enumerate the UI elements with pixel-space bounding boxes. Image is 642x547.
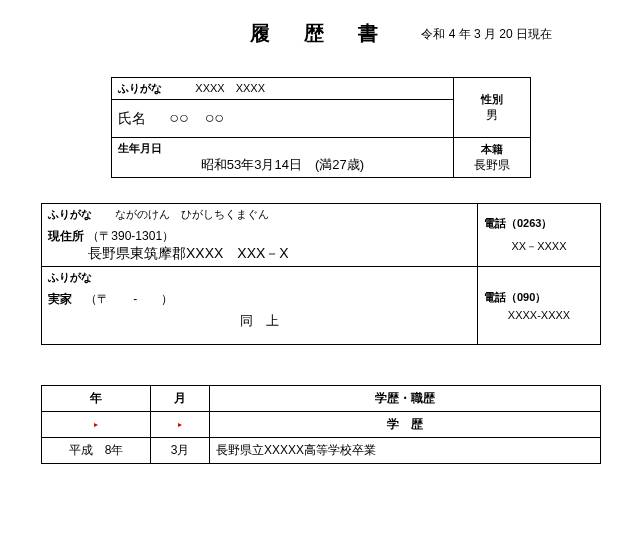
table-row: 平成 8年 3月 長野県立XXXXX高等学校卒業: [42, 438, 601, 464]
current-furigana-label: ふりがな: [48, 208, 92, 220]
phone1-value: XX－XXXX: [484, 231, 594, 254]
furigana-value: XXXX XXXX: [165, 82, 265, 94]
name-label: 氏名: [118, 110, 146, 126]
furigana-label: ふりがな: [118, 82, 162, 94]
birth-value: 昭和53年3月14日 (満27歳): [118, 156, 447, 174]
history-table: 年 月 学歴・職歴 ▸ ▸ 学 歴 平成 8年 3月 長野県立XXXXX高等学校…: [41, 385, 601, 464]
honseki-value: 長野県: [460, 157, 524, 174]
name-value: ○○ ○○: [149, 109, 224, 126]
marker-icon: ▸: [94, 420, 98, 429]
home-address-value: 同 上: [48, 308, 471, 330]
home-postal: （〒 - ）: [75, 292, 173, 306]
col-history-header: 学歴・職歴: [210, 386, 601, 412]
current-furigana-value: ながのけん ひがしちくまぐん: [95, 208, 269, 220]
current-address-value: 長野県東筑摩郡XXXX XXX－X: [48, 245, 471, 263]
home-address-label: 実家: [48, 292, 72, 306]
document-title: 履 歴 書: [250, 20, 391, 47]
address-table: ふりがな ながのけん ひがしちくまぐん 電話（0263） XX－XXXX 現住所…: [41, 203, 601, 345]
history-year: 平成 8年: [42, 438, 151, 464]
table-cell: ▸: [151, 412, 210, 438]
personal-info-table: ふりがな XXXX XXXX 性別 男 氏名 ○○ ○○ 生年月日 昭和53年3…: [111, 77, 531, 178]
col-month-header: 月: [151, 386, 210, 412]
phone2-value: XXXX-XXXX: [484, 305, 594, 321]
current-address-label: 現住所: [48, 229, 84, 243]
phone2-label: 電話（090）: [484, 290, 594, 305]
history-section: 学 歴: [210, 412, 601, 438]
table-cell: ▸: [42, 412, 151, 438]
gender-label: 性別: [460, 92, 524, 107]
history-month: 3月: [151, 438, 210, 464]
history-entry: 長野県立XXXXX高等学校卒業: [210, 438, 601, 464]
document-date: 令和 4 年 3 月 20 日現在: [421, 26, 552, 43]
current-postal: （〒390-1301）: [87, 229, 174, 243]
marker-icon: ▸: [178, 420, 182, 429]
honseki-label: 本籍: [460, 142, 524, 157]
col-year-header: 年: [42, 386, 151, 412]
home-furigana-label: ふりがな: [48, 271, 92, 283]
birth-label: 生年月日: [118, 141, 447, 156]
gender-value: 男: [460, 107, 524, 124]
phone1-label: 電話（0263）: [484, 216, 594, 231]
